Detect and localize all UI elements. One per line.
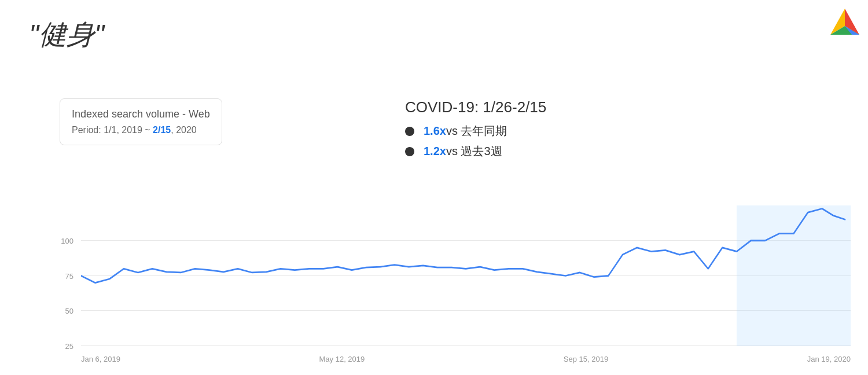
- page-title: "健身": [29, 16, 104, 53]
- y-label-75: 75: [65, 271, 73, 280]
- x-label-jan2019: Jan 6, 2019: [81, 355, 120, 363]
- covid-item-1: 1.6x vs 去年同期: [405, 123, 546, 139]
- covid-dot-2: [405, 147, 414, 156]
- x-labels: Jan 6, 2019 May 12, 2019 Sep 15, 2019 Ja…: [81, 355, 851, 363]
- x-label-jan2020: Jan 19, 2020: [807, 355, 851, 363]
- covid-highlight-1: 1.6x: [424, 124, 446, 138]
- info-box-period: Period: 1/1, 2019 ~ 2/15, 2020: [72, 125, 210, 135]
- period-suffix: , 2020: [171, 125, 196, 135]
- y-axis: 100 75 50 25: [46, 205, 78, 346]
- svg-rect-4: [737, 205, 851, 346]
- covid-title: COVID-19: 1/26-2/15: [405, 98, 546, 116]
- info-box-title: Indexed search volume - Web: [72, 108, 210, 120]
- x-label-may2019: May 12, 2019: [319, 355, 365, 363]
- period-prefix: Period: 1/1, 2019 ~: [72, 125, 153, 135]
- covid-box: COVID-19: 1/26-2/15 1.6x vs 去年同期 1.2x vs…: [405, 98, 546, 164]
- covid-text-2: vs 過去3週: [446, 144, 502, 159]
- info-box: Indexed search volume - Web Period: 1/1,…: [60, 98, 222, 145]
- chart-area: 100 75 50 25 Jan 6, 2019 May 12, 2019 Se…: [46, 205, 851, 346]
- chart-line: [81, 209, 845, 283]
- google-trends-logo: [827, 6, 862, 41]
- chart-svg: [81, 205, 851, 346]
- y-label-25: 25: [65, 342, 73, 351]
- period-highlight: 2/15: [153, 125, 171, 135]
- x-label-sep2019: Sep 15, 2019: [564, 355, 608, 363]
- y-label-100: 100: [61, 236, 73, 245]
- y-label-50: 50: [65, 307, 73, 315]
- covid-dot-1: [405, 127, 414, 136]
- covid-item-2: 1.2x vs 過去3週: [405, 144, 546, 159]
- covid-highlight-2: 1.2x: [424, 145, 446, 158]
- covid-text-1: vs 去年同期: [446, 123, 507, 139]
